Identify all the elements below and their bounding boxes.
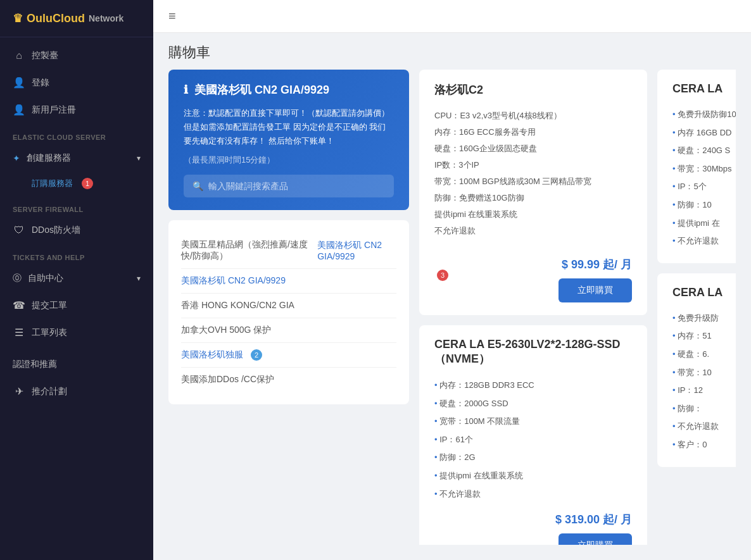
search-icon: 🔍 (192, 181, 203, 191)
spec-item: 客户：0 (672, 436, 736, 454)
list-item-link-2[interactable]: 美國洛杉矶独服 (181, 349, 243, 361)
right-column: 洛杉矶C2 CPU：E3 v2,v3型号机(4核8线程） 内存：16G ECC服… (419, 70, 736, 545)
spec-item: 不允许退款 (672, 232, 736, 251)
sidebar-navigation: ⌂ 控製臺 👤 登錄 👤 新用戶注冊 ELASTIC CLOUD SERVER … (0, 37, 153, 560)
sidebar-item-ticket-list[interactable]: ☰ 工單列表 (0, 319, 153, 346)
sidebar-item-ddos[interactable]: 🛡 DDos防火墻 (0, 217, 153, 244)
brand-name-oulu: OuluCloud (27, 12, 85, 25)
spec-item: 硬盘：240G S (672, 142, 736, 160)
order-server-label: 訂購服務器 (32, 178, 73, 189)
sidebar-item-self-service[interactable]: ⓪ 自助中心 ▾ (0, 265, 153, 292)
banner-text: 注意：默認配置的直接下單即可！（默認配置請勿講價）但是如需添加配置請告發工單 因… (184, 106, 394, 148)
list-item: 美國洛杉矶独服 2 (181, 343, 396, 368)
list-item-text: 香港 HONG KONG/CN2 GIA (181, 300, 294, 311)
submit-ticket-label: 提交工單 (32, 300, 67, 311)
sidebar-item-label: 登錄 (32, 77, 49, 89)
spec-item: 防御：2G (434, 449, 632, 467)
list-item: 美國五星精品網（強烈推薦/速度快/防御高） 美國洛杉矶 CN2 GIA/9929 (181, 233, 396, 269)
brand-logo: ♛ OuluCloudNetwork (0, 0, 153, 37)
spec-line: CPU：E3 v2,v3型号机(4核8线程） (434, 108, 632, 124)
sidebar-item-label: 新用戶注冊 (32, 104, 76, 116)
product-list-panel: 美國五星精品網（強烈推薦/速度快/防御高） 美國洛杉矶 CN2 GIA/9929… (168, 220, 409, 404)
brand-name-network: Network (89, 13, 123, 23)
hamburger-icon[interactable]: ≡ (168, 9, 176, 23)
order-server-badge: 1 (82, 178, 93, 189)
spec-item: IP：5个 (672, 178, 736, 196)
product-card-losangeles-c2: 洛杉矶C2 CPU：E3 v2,v3型号机(4核8线程） 内存：16G ECC服… (419, 70, 647, 315)
product-card-cera-e5: CERA LA E5-2630LV2*2-128G-SSD（NVME） 内存：1… (419, 325, 647, 545)
shield-icon: 🛡 (13, 225, 25, 236)
list-item-text: 加拿大OVH 500G 保护 (181, 325, 271, 336)
spec-item: 防御：10 (672, 196, 736, 215)
spec-item: 硬盘：6. (672, 345, 736, 364)
list-item: 加拿大OVH 500G 保护 (181, 318, 396, 343)
spec-item: 带宽：30Mbps (672, 160, 736, 178)
sidebar-item-login[interactable]: 👤 登錄 (0, 69, 153, 96)
section-tickets: TICKETS AND HELP (0, 244, 153, 265)
topbar: ≡ (153, 0, 751, 33)
ddos-label: DDos防火墻 (32, 225, 80, 236)
referral-label: 推介計劃 (32, 386, 67, 397)
card-title: CERA LA (672, 82, 736, 96)
list-item: 香港 HONG KONG/CN2 GIA (181, 294, 396, 318)
self-service-label: 自助中心 (28, 273, 63, 284)
card-footer: 3 $ 99.99 起/ 月 立即購買 (434, 248, 632, 302)
sidebar-item-register[interactable]: 👤 新用戶注冊 (0, 96, 153, 123)
certification-label: 認證和推薦 (13, 359, 57, 370)
sidebar-item-order-server[interactable]: 訂購服務器 1 (0, 171, 153, 196)
card-price: $ 99.99 起/ 月 (559, 257, 632, 272)
info-icon: ℹ (184, 83, 188, 97)
sidebar-item-referral[interactable]: ✈ 推介計劃 (0, 378, 153, 405)
crown-icon: ♛ (13, 11, 23, 25)
list-item-link-1[interactable]: 美國洛杉矶 CN2 GIA/9929 (317, 240, 396, 261)
product-card-cera-la-1: CERA LA 免费升级防御10 内存 16GB DD 硬盘：240G S 带宽… (657, 70, 736, 263)
spec-item: 不允许退款 (672, 418, 736, 436)
card-footer-2: $ 319.00 起/ 月 立即購買 (434, 512, 632, 545)
user-plus-icon: 👤 (13, 104, 25, 116)
phone-icon: ☎ (13, 299, 25, 311)
sidebar-item-dashboard[interactable]: ⌂ 控製臺 (0, 42, 153, 69)
list-item-text: 美國添加DDos /CC保护 (181, 374, 274, 385)
list-item-link-1-main[interactable]: 美國洛杉矶 CN2 GIA/9929 (181, 275, 286, 287)
banner-header: ℹ 美國洛杉矶 CN2 GIA/9929 (184, 82, 394, 97)
spec-item: 宽带：100M 不限流量 (434, 413, 632, 431)
banner-note: （最長黑洞时間15分鐘） (184, 154, 394, 166)
spec-line: 硬盘：160G企业级固态硬盘 (434, 140, 632, 157)
card-title: 洛杉矶C2 (434, 82, 632, 97)
spec-line: 提供ipmi 在线重装系统 (434, 206, 632, 223)
product-card-cera-la-2: CERA LA 免费升级防 内存：51 硬盘：6. 带宽：10 IP：12 防御… (657, 273, 736, 467)
card-price: $ 319.00 起/ 月 (434, 512, 632, 527)
spec-item: 不允许退款 (434, 485, 632, 504)
spec-item: 提供ipmi 在线重装系统 (434, 467, 632, 485)
home-icon: ⌂ (13, 50, 25, 61)
spec-item: IP：61个 (434, 431, 632, 449)
spec-item: 硬盘：2000G SSD (434, 395, 632, 413)
section-firewall: SERVER FIREWALL (0, 196, 153, 217)
sidebar-item-label: 控製臺 (32, 50, 58, 61)
info-banner: ℹ 美國洛杉矶 CN2 GIA/9929 注意：默認配置的直接下單即可！（默認配… (168, 70, 409, 210)
share-icon: ✦ (13, 153, 20, 163)
list-item: 美國添加DDos /CC保护 (181, 368, 396, 392)
spec-item: IP：12 (672, 382, 736, 400)
list-item-text: 美國五星精品網（強烈推薦/速度快/防御高） (181, 239, 312, 262)
search-bar[interactable]: 🔍 (184, 175, 394, 197)
card-column-1: 洛杉矶C2 CPU：E3 v2,v3型号机(4核8线程） 内存：16G ECC服… (419, 70, 647, 545)
search-input[interactable] (208, 181, 385, 191)
main-content: ≡ 購物車 ℹ 美國洛杉矶 CN2 GIA/9929 注意：默認配置的直接下單即… (153, 0, 751, 560)
list-item-badge: 2 (251, 349, 262, 361)
content-area: ℹ 美國洛杉矶 CN2 GIA/9929 注意：默認配置的直接下單即可！（默認配… (153, 70, 751, 560)
spec-line: 不允许退款 (434, 223, 632, 239)
spec-item: 内存：128GB DDR3 ECC (434, 376, 632, 395)
card-title: CERA LA E5-2630LV2*2-128G-SSD（NVME） (434, 338, 632, 366)
buy-button-2[interactable]: 立即購買 (559, 533, 632, 545)
card-specs-list-3: 免费升级防 内存：51 硬盘：6. 带宽：10 IP：12 防御： 不允许退款 … (672, 309, 736, 454)
spec-item: 带宽：10 (672, 364, 736, 382)
main-layout: ℹ 美國洛杉矶 CN2 GIA/9929 注意：默認配置的直接下單即可！（默認配… (168, 70, 736, 545)
sidebar-item-submit-ticket[interactable]: ☎ 提交工單 (0, 292, 153, 319)
card-specs-list: 内存：128GB DDR3 ECC 硬盘：2000G SSD 宽带：100M 不… (434, 376, 632, 503)
sidebar-item-create-server[interactable]: ✦ 創建服務器 ▾ (0, 145, 153, 171)
sidebar-item-certification[interactable]: 認證和推薦 (0, 351, 153, 378)
chevron-down-icon: ▾ (137, 154, 141, 163)
buy-button-1[interactable]: 立即購買 (559, 278, 632, 302)
page-title: 購物車 (153, 33, 751, 70)
